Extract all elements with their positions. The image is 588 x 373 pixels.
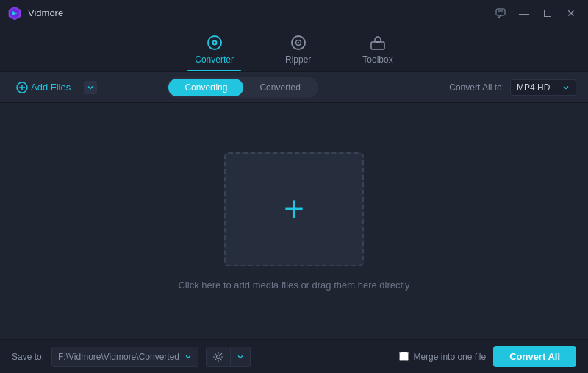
gear-icon [212,351,224,363]
sub-tabs: Converting Converted [167,77,318,98]
app-logo-icon [7,6,22,21]
add-files-label: Add Files [31,82,71,93]
toolbar: Add Files Converting Converted Convert A… [0,72,588,103]
drop-hint: Click here to add media files or drag th… [178,280,409,291]
nav-tab-converter[interactable]: Converter [187,31,241,68]
convert-all-button[interactable]: Convert All [493,346,576,367]
dropdown-arrow-icon [87,84,94,91]
drop-zone[interactable]: + [224,152,364,266]
ripper-tab-label: Ripper [285,54,311,65]
sub-tab-converting[interactable]: Converting [168,79,243,96]
convert-all-to-label: Convert All to: [449,82,504,93]
settings-button[interactable] [206,347,251,367]
title-bar-left: Vidmore [7,6,63,21]
toolbox-icon [369,34,387,51]
format-dropdown-icon [562,84,570,91]
converter-icon [206,34,223,51]
add-files-dropdown-arrow[interactable] [84,81,97,94]
svg-point-8 [213,41,215,43]
svg-rect-5 [545,10,551,16]
settings-dropdown[interactable] [231,347,251,367]
svg-rect-13 [376,41,380,43]
merge-text: Merge into one file [413,352,486,362]
nav-tab-toolbox[interactable]: Toolbox [355,31,400,68]
convert-all-to: Convert All to: MP4 HD [449,79,576,96]
main-content: + Click here to add media files or drag … [0,103,588,339]
app-title: Vidmore [28,7,63,18]
toolbox-tab-label: Toolbox [362,54,392,65]
minimize-button[interactable]: — [514,7,534,20]
svg-point-17 [217,355,220,358]
sub-tab-converted[interactable]: Converted [243,79,316,96]
svg-point-11 [297,41,298,43]
title-bar-controls: — ✕ [491,7,581,20]
merge-checkbox[interactable] [399,352,409,361]
ripper-icon [290,34,307,51]
converter-tab-label: Converter [195,54,234,65]
nav-tab-ripper[interactable]: Ripper [278,31,318,68]
plus-icon: + [284,191,304,227]
settings-gear[interactable] [206,347,231,367]
save-path-dropdown-icon [184,353,192,360]
add-files-button[interactable]: Add Files [12,79,75,96]
close-button[interactable]: ✕ [562,7,581,20]
maximize-button[interactable] [538,7,557,20]
save-path-box[interactable]: F:\Vidmore\Vidmore\Converted [51,347,198,367]
merge-label[interactable]: Merge into one file [399,352,486,362]
save-to-label: Save to: [12,352,44,362]
save-path-text: F:\Vidmore\Vidmore\Converted [58,352,179,362]
format-selected-text: MP4 HD [517,82,550,93]
format-selector[interactable]: MP4 HD [510,79,576,96]
settings-arrow-icon [237,353,244,360]
svg-rect-2 [496,9,505,15]
add-files-icon [16,82,28,93]
nav-bar: Converter Ripper Toolbox [0,26,588,72]
title-bar: Vidmore — ✕ [0,0,588,26]
bottom-bar: Save to: F:\Vidmore\Vidmore\Converted Me… [0,339,588,373]
comment-button[interactable] [491,7,510,20]
